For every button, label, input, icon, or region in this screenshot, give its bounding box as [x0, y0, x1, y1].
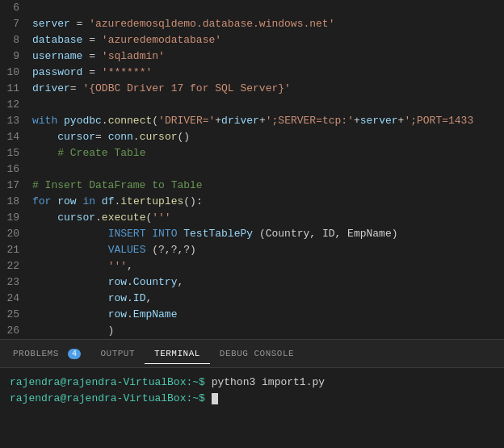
code-line-12: 12	[0, 97, 504, 113]
code-editor: 6 7 server = 'azuredemosqldemo.database.…	[0, 0, 504, 339]
code-line-26: 26 )	[0, 323, 504, 339]
code-line-24: 24 row.ID,	[0, 291, 504, 307]
code-line-19: 19 cursor.execute('''	[0, 210, 504, 226]
terminal-prompt-2: rajendra@rajendra-VirtualBox:~$	[10, 392, 212, 404]
tab-problems[interactable]: PROBLEMS 4	[3, 344, 90, 363]
tab-output-label: OUTPUT	[100, 349, 135, 358]
code-line-22: 22 ''',	[0, 258, 504, 274]
code-line-8: 8 database = 'azuredemodatabase'	[0, 32, 504, 48]
bottom-panel: PROBLEMS 4 OUTPUT TERMINAL DEBUG CONSOLE…	[0, 339, 504, 448]
terminal-line-2: rajendra@rajendra-VirtualBox:~$	[10, 391, 494, 407]
problems-badge: 4	[68, 349, 82, 359]
code-line-15: 15 # Create Table	[0, 145, 504, 161]
code-line-23: 23 row.Country,	[0, 274, 504, 291]
code-line-10: 10 password = '******'	[0, 65, 504, 81]
terminal-output[interactable]: rajendra@rajendra-VirtualBox:~$ python3 …	[0, 368, 504, 413]
code-line-16: 16	[0, 161, 504, 178]
code-line-11: 11 driver= '{ODBC Driver 17 for SQL Serv…	[0, 81, 504, 97]
code-line-21: 21 VALUES (?,?,?)	[0, 242, 504, 258]
terminal-prompt-1: rajendra@rajendra-VirtualBox:~$	[10, 376, 212, 388]
tab-debug-console[interactable]: DEBUG CONSOLE	[210, 344, 304, 363]
code-line-14: 14 cursor= conn.cursor()	[0, 129, 504, 145]
terminal-cursor	[212, 393, 218, 404]
code-line-6: 6	[0, 0, 504, 16]
code-line-25: 25 row.EmpName	[0, 307, 504, 323]
tab-debug-console-label: DEBUG CONSOLE	[220, 349, 294, 358]
code-line-7: 7 server = 'azuredemosqldemo.database.wi…	[0, 16, 504, 32]
code-line-20: 20 INSERT INTO TestTablePy (Country, ID,…	[0, 226, 504, 242]
code-line-13: 13 with pyodbc.connect('DRIVER='+driver+…	[0, 113, 504, 129]
tab-terminal-label: TERMINAL	[154, 349, 200, 358]
tab-terminal[interactable]: TERMINAL	[145, 344, 210, 364]
terminal-line-1: rajendra@rajendra-VirtualBox:~$ python3 …	[10, 375, 494, 391]
code-line-9: 9 username = 'sqladmin'	[0, 48, 504, 65]
tab-output[interactable]: OUTPUT	[90, 344, 145, 363]
panel-tab-bar: PROBLEMS 4 OUTPUT TERMINAL DEBUG CONSOLE	[0, 340, 504, 368]
terminal-cmd-1: python3 import1.py	[212, 376, 325, 388]
code-line-18: 18 for row in df.itertuples():	[0, 194, 504, 210]
code-line-17: 17 # Insert DataFrame to Table	[0, 178, 504, 194]
tab-problems-label: PROBLEMS	[13, 349, 59, 358]
